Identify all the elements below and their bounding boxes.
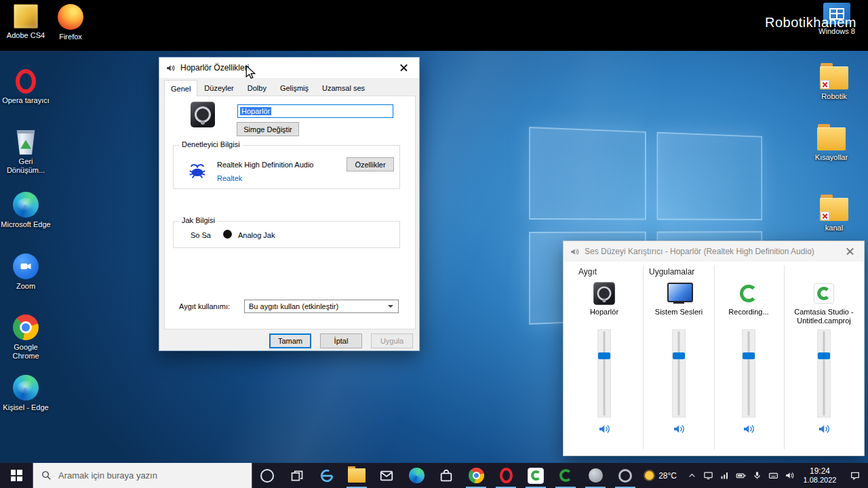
volume-slider-thumb[interactable]	[673, 352, 685, 359]
change-icon-button[interactable]: Simge Değiştir	[237, 122, 299, 136]
group-title: Denetleyici Bilgisi	[179, 140, 243, 148]
taskbar-app-store[interactable]	[431, 463, 461, 488]
cortana-icon	[260, 469, 274, 483]
recycle-bin-icon	[16, 130, 36, 155]
jack-left-text: So Sa	[191, 231, 211, 239]
sun-icon	[645, 471, 654, 480]
action-center-button[interactable]	[842, 463, 868, 488]
mixer-channel-camtasia: Camtasia Studio - Untitled.camproj	[787, 277, 861, 454]
jack-value: Analog Jak	[238, 231, 275, 239]
search-icon	[41, 470, 52, 481]
task-view-icon	[290, 469, 304, 483]
desktop-icon-google-chrome[interactable]: Google Chrome	[0, 314, 52, 361]
mute-speaker-button[interactable]	[597, 422, 611, 436]
system-tray: 28°C 19:24 1.08.2022	[638, 463, 868, 488]
jack-port-icon	[223, 230, 232, 239]
search-input[interactable]	[58, 470, 244, 481]
desktop-icon-firefox[interactable]: Firefox	[45, 4, 96, 41]
tab-genel[interactable]: Genel	[164, 80, 197, 97]
taskbar-app-file-explorer[interactable]	[342, 463, 372, 488]
taskbar-app-camtasia-recorder[interactable]	[551, 463, 580, 488]
ok-button[interactable]: Tamam	[269, 333, 311, 348]
cancel-button[interactable]: İptal	[320, 333, 362, 348]
device-usage-select[interactable]: Bu aygıtı kullan (etkinleştir)	[244, 300, 399, 313]
desktop-icon-kanal[interactable]: kanal	[808, 198, 860, 232]
apply-button: Uygula	[371, 333, 413, 348]
volume-slider-thumb[interactable]	[598, 352, 610, 359]
channel-label: Camtasia Studio - Untitled.camproj	[787, 308, 861, 328]
dialog-title: Hoparlör Özellikleri	[180, 63, 249, 73]
slider-groove	[678, 331, 680, 415]
taskbar-app-edge[interactable]	[401, 463, 431, 488]
separator	[643, 265, 644, 449]
taskbar: 28°C 19:24 1.08.2022	[0, 463, 868, 488]
clock-date: 1.08.2022	[797, 476, 842, 485]
start-button[interactable]	[0, 463, 33, 488]
desktop-icon-opera[interactable]: Opera tarayıcı	[0, 69, 52, 105]
close-button[interactable]	[389, 58, 419, 77]
taskbar-clock[interactable]: 19:24 1.08.2022	[797, 467, 842, 485]
taskbar-app-mail[interactable]	[372, 463, 401, 488]
camtasia-icon	[528, 468, 544, 484]
mute-speaker-button[interactable]	[817, 422, 831, 436]
chrome-icon	[469, 468, 484, 483]
chrome-icon	[13, 314, 39, 340]
folder-icon	[817, 127, 846, 150]
mixer-channel-sistem-sesleri: Sistem Sesleri	[646, 277, 711, 454]
controller-name: Realtek High Definition Audio	[217, 161, 313, 169]
taskbar-app-gray-2[interactable]	[610, 463, 640, 488]
desktop-icon-kisayollar[interactable]: Kısayollar	[806, 127, 857, 162]
tray-keyboard[interactable]	[765, 463, 781, 488]
taskbar-app-camtasia[interactable]	[521, 463, 551, 488]
properties-button[interactable]: Özellikler	[347, 157, 394, 171]
edge-icon	[13, 192, 39, 218]
desktop-icon-recycle-bin[interactable]: Geri Dönüşüm...	[0, 130, 52, 175]
tray-monitor[interactable]	[700, 463, 716, 488]
battery-icon	[736, 470, 746, 481]
close-button[interactable]	[840, 241, 860, 261]
mixer-channel-hoparlor: Hoparlör	[570, 277, 638, 454]
close-icon	[846, 247, 854, 255]
show-hidden-icons-button[interactable]	[684, 463, 700, 488]
tray-microphone[interactable]	[749, 463, 765, 488]
mute-speaker-button[interactable]	[742, 422, 755, 436]
separator	[714, 265, 715, 449]
weather-widget[interactable]: 28°C	[638, 463, 684, 488]
tray-volume[interactable]	[781, 463, 797, 488]
taskbar-app-opera[interactable]	[491, 463, 521, 488]
dialog-titlebar[interactable]: Hoparlör Özellikleri	[159, 58, 419, 78]
volume-slider[interactable]	[597, 329, 611, 418]
tab-dolby[interactable]: Dolby	[241, 80, 273, 96]
device-name-input[interactable]: Hoparlör	[237, 104, 393, 118]
tab-duzeyler[interactable]: Düzeyler	[197, 80, 240, 96]
tab-gelismis[interactable]: Gelişmiş	[273, 80, 315, 96]
volume-slider[interactable]	[672, 329, 686, 418]
opera-icon	[500, 468, 513, 483]
desktop-icon-zoom[interactable]: Zoom	[0, 253, 52, 291]
task-view-button[interactable]	[282, 463, 312, 488]
volume-slider-thumb[interactable]	[818, 352, 830, 359]
tray-battery[interactable]	[732, 463, 749, 488]
volume-slider[interactable]	[742, 329, 755, 418]
cortana-button[interactable]	[252, 463, 282, 488]
desktop-icon-adobe-cs4[interactable]: Adobe CS4	[0, 4, 52, 40]
desktop-icon-microsoft-edge[interactable]: Microsoft Edge	[0, 192, 52, 229]
gray-app-icon	[618, 469, 632, 483]
desktop-icon-robotik[interactable]: Robotik	[808, 66, 860, 101]
taskbar-app-gray-1[interactable]	[580, 463, 610, 488]
taskbar-app-chrome[interactable]	[461, 463, 491, 488]
store-icon	[439, 468, 454, 483]
jack-info-group: Jak Bilgisi So Sa Analog Jak	[173, 221, 400, 248]
tray-network[interactable]	[716, 463, 732, 488]
taskbar-app-edge-e[interactable]	[312, 463, 342, 488]
realtek-link[interactable]: Realtek	[217, 174, 242, 182]
tab-uzamsal-ses[interactable]: Uzamsal ses	[315, 80, 372, 96]
volume-slider-thumb[interactable]	[743, 352, 755, 359]
edge-icon	[409, 468, 425, 483]
mute-speaker-button[interactable]	[672, 422, 686, 436]
mixer-titlebar[interactable]: Ses Düzeyi Karıştırıcı - Hoparlör (Realt…	[564, 241, 864, 262]
taskbar-apps	[252, 463, 640, 488]
taskbar-search[interactable]	[33, 463, 252, 488]
desktop-icon-kisisel-edge[interactable]: Kişisel - Edge	[0, 375, 52, 412]
volume-slider[interactable]	[817, 329, 831, 418]
